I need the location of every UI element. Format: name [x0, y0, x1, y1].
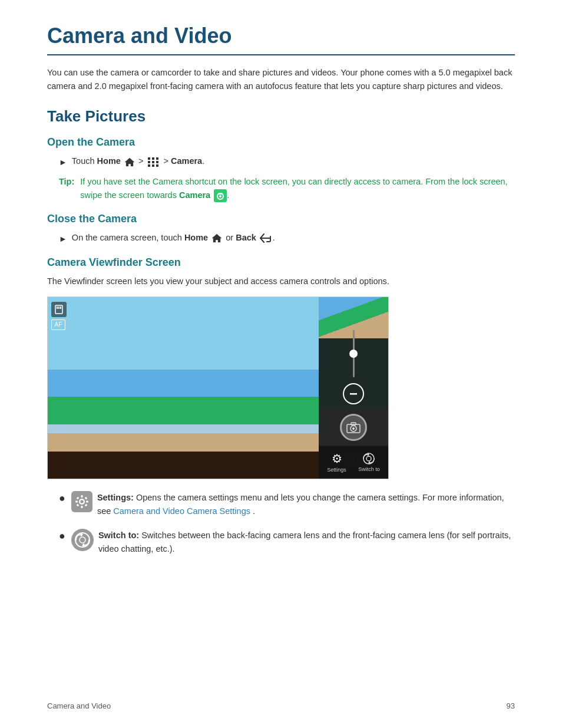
svg-point-10 — [219, 195, 222, 197]
svg-rect-15 — [60, 307, 61, 309]
switch-camera-icon-large — [74, 532, 91, 548]
home-icon — [124, 157, 135, 167]
settings-gear-icon: ⚙ — [332, 452, 342, 466]
switch-description: Switch to: Switches between the back-fac… — [98, 529, 515, 556]
svg-rect-28 — [81, 495, 82, 498]
settings-icon-box — [71, 491, 92, 512]
settings-bottom-btn[interactable]: ⚙ Settings — [327, 452, 346, 473]
settings-bullet-item: ● Settings: Opens the camera settings me… — [59, 491, 515, 518]
svg-rect-0 — [148, 157, 150, 160]
settings-gear-icon-large — [74, 494, 90, 509]
switch-icon-box — [71, 529, 94, 551]
feature-list: ● Settings: Opens the camera settings me… — [59, 491, 515, 556]
svg-point-23 — [366, 456, 371, 461]
switch-desc-text: Switches between the back-facing camera … — [98, 531, 511, 554]
step-open-camera: ► Touch Home > > Camera. — [59, 154, 515, 169]
step-open-camera-text: Touch Home > > Camera. — [72, 154, 515, 168]
switch-to-bullet-item: ● Switch to: Switches between the back-f… — [59, 529, 515, 556]
section-take-pictures: Take Pictures — [47, 107, 515, 126]
page-footer: Camera and Video 93 — [47, 696, 515, 710]
svg-rect-1 — [152, 157, 154, 160]
step-close-camera: ► On the camera screen, touch Home or Ba… — [59, 231, 515, 245]
footer-page-number: 93 — [507, 701, 515, 710]
svg-rect-32 — [76, 496, 79, 499]
svg-rect-4 — [152, 161, 154, 163]
tip-text: If you have set the Camera shortcut on t… — [80, 175, 515, 202]
switch-to-bottom-btn[interactable]: Switch to — [358, 452, 380, 472]
svg-rect-2 — [156, 157, 158, 160]
switch-bold-label: Switch to: — [98, 531, 139, 540]
svg-rect-14 — [58, 307, 59, 309]
viewfinder-left-icons: AF — [51, 302, 67, 330]
svg-rect-30 — [75, 500, 78, 502]
zoom-slider[interactable] — [353, 330, 355, 377]
home-icon-2 — [211, 233, 222, 243]
step-arrow-icon: ► — [59, 156, 67, 169]
svg-rect-35 — [84, 503, 87, 506]
viewfinder-right-panel: + − — [319, 297, 388, 479]
svg-rect-5 — [156, 161, 158, 163]
svg-rect-33 — [84, 496, 87, 499]
settings-period: . — [253, 506, 255, 516]
section-viewfinder: Camera Viewfinder Screen — [47, 256, 515, 269]
settings-bottom-label: Settings — [327, 467, 346, 473]
step-close-camera-text: On the camera screen, touch Home or Back… — [72, 231, 515, 245]
beach-photo — [48, 297, 319, 479]
svg-rect-19 — [351, 423, 356, 425]
settings-link[interactable]: Camera and Video Camera Settings — [113, 506, 250, 516]
settings-bold-label: Settings: — [97, 493, 134, 502]
storage-icon — [51, 302, 67, 317]
step-arrow-icon-2: ► — [59, 232, 67, 245]
camera-inline-icon — [214, 189, 227, 202]
svg-rect-6 — [148, 164, 150, 167]
svg-point-18 — [352, 427, 355, 430]
back-arrow-icon — [260, 233, 272, 243]
svg-rect-13 — [57, 307, 58, 309]
svg-point-27 — [80, 499, 84, 503]
svg-rect-29 — [81, 506, 82, 508]
zoom-slider-thumb — [349, 350, 358, 358]
switch-bottom-label: Switch to — [358, 466, 380, 472]
apps-grid-icon — [147, 157, 160, 167]
tip-label: Tip: — [59, 175, 74, 189]
svg-rect-8 — [156, 164, 158, 167]
bullet-dot-1: ● — [59, 491, 65, 506]
tip-block: Tip: If you have set the Camera shortcut… — [59, 175, 515, 202]
viewfinder-bottom-bar: ⚙ Settings Switch to — [319, 446, 388, 479]
section-close-camera: Close the Camera — [47, 213, 515, 225]
mode-icon: AF — [51, 319, 65, 330]
shutter-button[interactable] — [340, 414, 367, 441]
intro-paragraph: You can use the camera or camcorder to t… — [47, 66, 515, 93]
svg-rect-31 — [86, 500, 88, 502]
page-title: Camera and Video — [47, 24, 515, 55]
shutter-camera-icon — [346, 421, 361, 433]
bullet-dot-2: ● — [59, 529, 65, 543]
zoom-minus-button[interactable]: − — [343, 383, 364, 404]
settings-description: Settings: Opens the camera settings menu… — [97, 491, 515, 518]
viewfinder-description: The Viewfinder screen lets you view your… — [47, 275, 515, 288]
footer-chapter-name: Camera and Video — [47, 701, 111, 710]
svg-rect-7 — [152, 164, 154, 167]
svg-rect-11 — [219, 193, 222, 195]
section-open-camera: Open the Camera — [47, 136, 515, 149]
viewfinder-screenshot: AF + − — [47, 297, 389, 479]
sd-card-icon — [55, 305, 63, 314]
svg-rect-34 — [76, 503, 79, 506]
svg-rect-3 — [148, 161, 150, 163]
switch-camera-icon — [362, 452, 375, 465]
svg-point-37 — [80, 537, 85, 543]
